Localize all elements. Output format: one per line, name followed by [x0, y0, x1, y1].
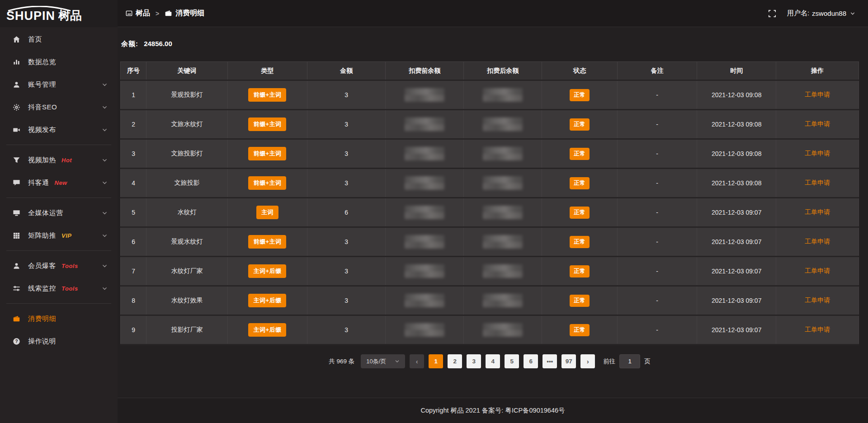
ticket-request-link[interactable]: 工单申请	[805, 296, 830, 304]
cell-status: 正常	[542, 169, 618, 198]
sidebar-item-video-heat[interactable]: 视频加热Hot	[0, 149, 118, 171]
username-value: zswodun88	[812, 9, 846, 17]
logo-arc	[6, 6, 72, 11]
page-button-5[interactable]: 5	[505, 354, 519, 368]
redacted-balance	[405, 264, 444, 278]
table-row: 7水纹灯厂家主词+后缀3正常-2021-12-03 09:07工单申请	[121, 257, 859, 286]
ticket-request-link[interactable]: 工单申请	[805, 208, 830, 216]
page-button-2[interactable]: 2	[448, 354, 462, 368]
cell-time: 2021-12-03 09:07	[697, 257, 776, 286]
page-size-value: 10条/页	[366, 357, 386, 366]
ticket-request-link[interactable]: 工单申请	[805, 91, 830, 98]
redacted-balance	[483, 147, 523, 160]
cell-amount: 3	[307, 169, 386, 198]
grid-icon	[12, 232, 21, 240]
ticket-request-link[interactable]: 工单申请	[805, 238, 830, 245]
chevron-down-icon	[102, 286, 108, 291]
ticket-request-link[interactable]: 工单申请	[805, 179, 830, 186]
cell-keyword: 文旅投影灯	[146, 139, 228, 169]
sidebar-item-video-publish[interactable]: 视频发布	[0, 118, 118, 141]
chevron-down-icon	[850, 11, 855, 16]
cell-keyword: 水纹灯厂家	[146, 257, 228, 286]
type-badge: 前缀+主词	[248, 147, 286, 160]
sidebar-item-douketong[interactable]: 抖客通New	[0, 171, 118, 194]
page-button-3[interactable]: 3	[467, 354, 481, 368]
prev-page-button[interactable]: ‹	[410, 354, 424, 368]
ticket-request-link[interactable]: 工单申请	[805, 150, 830, 157]
column-header: 状态	[542, 62, 618, 80]
cell-time: 2021-12-03 09:07	[697, 315, 776, 345]
column-header: 备注	[617, 62, 697, 80]
breadcrumb-item[interactable]: 树品	[126, 9, 150, 18]
column-header: 操作	[776, 62, 859, 80]
redacted-balance	[405, 206, 444, 219]
cell-balance-after	[464, 139, 542, 169]
sidebar-item-home[interactable]: 首页	[0, 28, 118, 51]
svg-text:?: ?	[15, 338, 18, 343]
status-badge: 正常	[570, 236, 590, 248]
table-row: 6景观水纹灯前缀+主词3正常-2021-12-03 09:07工单申请	[121, 227, 859, 257]
redacted-balance	[405, 294, 444, 307]
goto-page-input[interactable]	[619, 354, 640, 368]
sidebar-item-tag: Tools	[61, 263, 78, 269]
status-badge: 正常	[570, 207, 590, 219]
sidebar-item-clue-monitor[interactable]: 线索监控Tools	[0, 277, 118, 300]
table-row: 1景观投影灯前缀+主词3正常-2021-12-03 09:08工单申请	[121, 80, 859, 110]
page-button-6[interactable]: 6	[524, 354, 538, 368]
ticket-request-link[interactable]: 工单申请	[805, 120, 830, 127]
sidebar-item-label: 全媒体运营	[28, 209, 63, 217]
redacted-balance	[483, 323, 523, 337]
sidebar-item-all-media[interactable]: 全媒体运营	[0, 202, 118, 224]
type-badge: 主词+后缀	[248, 264, 286, 278]
sidebar-item-account-management[interactable]: 账号管理	[0, 73, 118, 96]
cell-balance-before	[386, 139, 464, 169]
cell-index: 9	[121, 315, 146, 345]
sidebar-item-matrix-boost[interactable]: 矩阵助推VIP	[0, 224, 118, 247]
redacted-balance	[483, 176, 523, 190]
sidebar-divider	[6, 197, 111, 198]
content-area: 余额: 24856.00 序号关键词类型金额扣费前余额扣费后余额状态备注时间操作…	[118, 27, 868, 423]
type-badge: 主词+后缀	[248, 294, 286, 307]
cell-type: 主词+后缀	[227, 257, 307, 286]
status-badge: 正常	[570, 118, 590, 131]
sidebar-item-consumption-detail[interactable]: 消费明细	[0, 307, 118, 330]
more-pages-button[interactable]: •••	[542, 354, 557, 368]
page-button-4[interactable]: 4	[486, 354, 500, 368]
next-page-button[interactable]: ›	[580, 354, 595, 368]
column-header: 关键词	[146, 62, 228, 80]
table-row: 3文旅投影灯前缀+主词3正常-2021-12-03 09:08工单申请	[121, 139, 859, 169]
page-button-1[interactable]: 1	[429, 354, 443, 368]
app-logo[interactable]: SHUPIN 树品	[0, 0, 118, 27]
type-badge: 主词+后缀	[248, 323, 286, 337]
table-body: 1景观投影灯前缀+主词3正常-2021-12-03 09:08工单申请2文旅水纹…	[121, 80, 859, 345]
page-size-select[interactable]: 10条/页	[361, 354, 405, 368]
table-row: 8水纹灯效果主词+后缀3正常-2021-12-03 09:07工单申请	[121, 286, 859, 315]
breadcrumb-label: 树品	[136, 9, 150, 18]
sidebar-item-data-overview[interactable]: 数据总览	[0, 51, 118, 73]
redacted-balance	[405, 147, 444, 160]
sidebar-divider	[6, 145, 111, 145]
status-badge: 正常	[570, 89, 590, 101]
cell-keyword: 景观投影灯	[146, 80, 228, 110]
sidebar-item-douyin-seo[interactable]: 抖音SEO	[0, 96, 118, 118]
balance-label: 余额:	[121, 40, 138, 47]
type-badge: 主词	[256, 206, 278, 219]
image-icon	[126, 10, 132, 17]
cell-balance-after	[464, 198, 542, 227]
type-badge: 前缀+主词	[248, 118, 286, 131]
sidebar-item-member-baoke[interactable]: 会员爆客Tools	[0, 254, 118, 277]
fullscreen-icon[interactable]	[768, 9, 776, 18]
breadcrumb-item[interactable]: 消费明细	[165, 9, 204, 18]
ticket-request-link[interactable]: 工单申请	[805, 326, 830, 333]
user-menu[interactable]: 用户名: zswodun88	[787, 9, 855, 18]
page-button-97[interactable]: 97	[561, 354, 576, 368]
logo-wordmark: SHUPIN	[6, 5, 55, 22]
redacted-balance	[483, 264, 523, 278]
sidebar-item-operation-guide[interactable]: ?操作说明	[0, 330, 118, 352]
cell-note: -	[617, 227, 697, 257]
breadcrumb-separator: >	[156, 10, 159, 17]
cell-note: -	[617, 198, 697, 227]
table-row: 2文旅水纹灯前缀+主词3正常-2021-12-03 09:08工单申请	[121, 110, 859, 139]
cell-type: 主词	[227, 198, 307, 227]
ticket-request-link[interactable]: 工单申请	[805, 267, 830, 274]
